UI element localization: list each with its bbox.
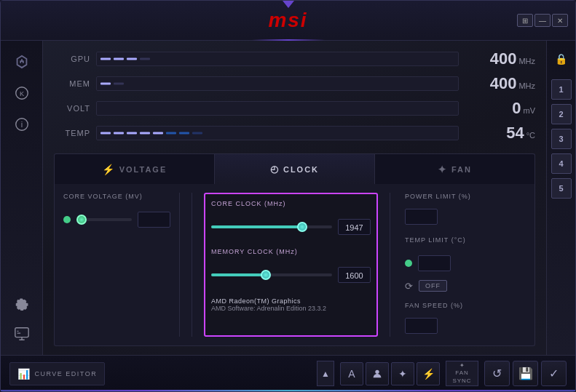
apply-button[interactable]: ✓ (541, 361, 567, 386)
volt-unit: mV (524, 106, 536, 115)
voltage-tab-icon: ⚡ (102, 164, 115, 175)
save-button[interactable]: 💾 (513, 361, 538, 386)
tab-voltage[interactable]: ⚡ VOLTAGE (55, 154, 215, 184)
close-button[interactable]: ✕ (552, 14, 568, 27)
profile-3-button[interactable]: 3 (551, 129, 572, 149)
gpu-number: 400 (490, 51, 517, 67)
app-window: msi ⊞ — ✕ K i (0, 0, 576, 392)
profile-4-button[interactable]: 4 (551, 153, 572, 174)
clock-panel: CORE CLOCK (MHz) 1947 MEMORY CLOCK (MHz) (204, 193, 378, 337)
refresh-icon: ⟳ (405, 281, 413, 292)
scroll-up-button[interactable]: ▲ (317, 361, 334, 386)
curve-editor-icon: 📊 (17, 368, 31, 380)
voltage-dot (63, 216, 71, 223)
sidebar-icon-gaming[interactable] (8, 48, 36, 76)
restore-button[interactable]: ⊞ (517, 14, 533, 27)
mem-dash-1 (100, 83, 111, 85)
bottom-user-button[interactable] (366, 362, 389, 385)
svg-point-5 (375, 369, 379, 373)
volt-number: 0 (512, 100, 521, 116)
fan-toggle-row: ⟳ OFF (405, 280, 526, 292)
core-clock-fill (211, 225, 302, 228)
sidebar-icon-k[interactable]: K (8, 79, 36, 107)
monitor-row-gpu: GPU 400 MHz (54, 49, 535, 68)
sidebar-icon-info[interactable]: i (8, 111, 36, 138)
t4 (140, 132, 150, 135)
mem-unit: MHz (518, 81, 535, 90)
fan-panel: POWER LIMIT (%) TEMP LIMIT (°C) ⟳ (402, 193, 526, 337)
title-diamond-top (283, 1, 294, 8)
reset-button[interactable]: ↺ (484, 361, 510, 386)
temp-unit: °C (526, 131, 535, 140)
tab-clock[interactable]: ◴ CLOCK (215, 154, 375, 184)
fan-toggle-btn[interactable]: OFF (419, 280, 447, 292)
core-clock-label: CORE CLOCK (MHz) (211, 200, 371, 207)
t5 (153, 132, 163, 135)
core-clock-track[interactable] (211, 225, 332, 228)
t3 (127, 132, 137, 135)
monitor-row-volt: VOLT 0 mV (54, 99, 535, 118)
svg-rect-4 (15, 328, 28, 337)
curve-editor-button[interactable]: 📊 CURVE EDITOR (9, 362, 105, 385)
bottom-bar: 📊 CURVE EDITOR ▲ A ✦ ⚡ ✦ FANSYNC ↺ 💾 ✓ (1, 355, 575, 391)
lock-icon[interactable]: 🔒 (551, 48, 572, 70)
temp-number: 54 (506, 125, 524, 141)
bottom-fan-button[interactable]: ✦ (391, 362, 414, 385)
core-clock-thumb[interactable] (297, 222, 307, 232)
gpu-name: AMD Radeon(TM) Graphics (211, 297, 371, 305)
profile-5-button[interactable]: 5 (551, 178, 572, 199)
bottom-a-button[interactable]: A (340, 362, 363, 385)
core-clock-slider-row: 1947 (211, 216, 371, 238)
t8 (192, 132, 202, 135)
dash-3 (127, 58, 137, 60)
t7 (179, 132, 189, 135)
volt-bar (96, 101, 459, 116)
svg-text:i: i (20, 120, 22, 129)
core-clock-value: 1947 (338, 219, 371, 235)
voltage-track[interactable] (76, 218, 132, 221)
dash-2 (114, 58, 124, 60)
volt-value: 0 mV (466, 100, 535, 116)
dash-4 (140, 58, 150, 60)
mem-clock-fill (211, 273, 266, 276)
sidebar-icon-settings[interactable] (8, 289, 36, 316)
temp-label: TEMP (54, 129, 90, 137)
gpu-unit: MHz (518, 57, 535, 65)
tab-fan[interactable]: ✦ FAN (375, 154, 534, 184)
sidebar-icon-monitor[interactable] (8, 320, 36, 348)
core-voltage-label: CORE VOLTAGE (MV) (63, 193, 170, 200)
tabs-section: ⚡ VOLTAGE ◴ CLOCK ✦ FAN (54, 153, 535, 346)
title-bar: msi ⊞ — ✕ (1, 1, 575, 41)
bottom-icon-row: A ✦ ⚡ (340, 362, 440, 385)
bottom-power-button[interactable]: ⚡ (417, 362, 440, 385)
voltage-tab-label: VOLTAGE (119, 165, 167, 174)
minimize-button[interactable]: — (534, 14, 551, 27)
gpu-value: 400 MHz (466, 51, 535, 67)
gpu-dashes (100, 58, 150, 60)
temp-value: 54 °C (466, 125, 535, 141)
clock-tab-label: CLOCK (283, 165, 319, 174)
power-limit-label: POWER LIMIT (%) (405, 193, 526, 200)
voltage-panel: CORE VOLTAGE (MV) (63, 193, 180, 337)
mem-clock-value: 1600 (338, 267, 371, 283)
mem-label: MEM (54, 79, 90, 88)
voltage-thumb[interactable] (76, 215, 87, 225)
mem-clock-track[interactable] (211, 273, 332, 276)
curve-editor-label: CURVE EDITOR (35, 370, 98, 377)
gpu-bar (96, 52, 459, 66)
memory-clock-label: MEMORY CLOCK (MHz) (211, 248, 371, 255)
profile-1-button[interactable]: 1 (551, 79, 572, 100)
divider-1 (192, 193, 192, 337)
fan-tab-label: FAN (451, 165, 472, 174)
fan-speed-label: FAN SPEED (%) (405, 302, 526, 309)
core-voltage-slider (63, 209, 170, 231)
profile-2-button[interactable]: 2 (551, 104, 572, 124)
temp-dashes (100, 132, 202, 135)
temp-limit-label: TEMP LIMIT (°C) (405, 236, 526, 244)
fan-sync-button[interactable]: ✦ FANSYNC (446, 361, 478, 386)
monitor-section: GPU 400 MHz (54, 49, 535, 143)
mem-clock-thumb[interactable] (261, 270, 271, 280)
clock-tab-icon: ◴ (270, 164, 279, 175)
temp-limit-value (418, 255, 451, 271)
gpu-label: GPU (54, 55, 90, 63)
